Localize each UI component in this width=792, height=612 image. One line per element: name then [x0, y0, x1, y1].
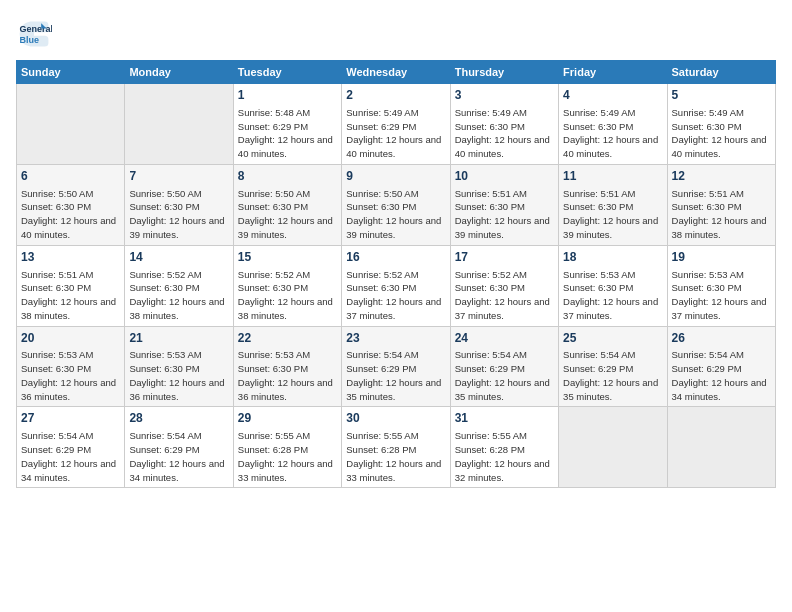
- day-info: Sunrise: 5:54 AMSunset: 6:29 PMDaylight:…: [346, 348, 445, 403]
- calendar-cell: 4Sunrise: 5:49 AMSunset: 6:30 PMDaylight…: [559, 84, 667, 165]
- day-info: Sunrise: 5:52 AMSunset: 6:30 PMDaylight:…: [129, 268, 228, 323]
- day-number: 23: [346, 330, 445, 347]
- day-info: Sunrise: 5:48 AMSunset: 6:29 PMDaylight:…: [238, 106, 337, 161]
- day-number: 20: [21, 330, 120, 347]
- page-header: General Blue: [16, 16, 776, 52]
- calendar-cell: 10Sunrise: 5:51 AMSunset: 6:30 PMDayligh…: [450, 164, 558, 245]
- calendar-cell: 18Sunrise: 5:53 AMSunset: 6:30 PMDayligh…: [559, 245, 667, 326]
- day-info: Sunrise: 5:53 AMSunset: 6:30 PMDaylight:…: [563, 268, 662, 323]
- day-number: 19: [672, 249, 771, 266]
- day-number: 25: [563, 330, 662, 347]
- weekday-header-wednesday: Wednesday: [342, 61, 450, 84]
- day-number: 21: [129, 330, 228, 347]
- svg-text:Blue: Blue: [20, 35, 40, 45]
- day-number: 29: [238, 410, 337, 427]
- calendar-header: SundayMondayTuesdayWednesdayThursdayFrid…: [17, 61, 776, 84]
- calendar-table: SundayMondayTuesdayWednesdayThursdayFrid…: [16, 60, 776, 488]
- calendar-cell: 24Sunrise: 5:54 AMSunset: 6:29 PMDayligh…: [450, 326, 558, 407]
- calendar-cell: 20Sunrise: 5:53 AMSunset: 6:30 PMDayligh…: [17, 326, 125, 407]
- day-info: Sunrise: 5:54 AMSunset: 6:29 PMDaylight:…: [672, 348, 771, 403]
- day-number: 17: [455, 249, 554, 266]
- day-info: Sunrise: 5:50 AMSunset: 6:30 PMDaylight:…: [346, 187, 445, 242]
- day-info: Sunrise: 5:51 AMSunset: 6:30 PMDaylight:…: [672, 187, 771, 242]
- day-info: Sunrise: 5:50 AMSunset: 6:30 PMDaylight:…: [129, 187, 228, 242]
- weekday-header-monday: Monday: [125, 61, 233, 84]
- day-info: Sunrise: 5:55 AMSunset: 6:28 PMDaylight:…: [346, 429, 445, 484]
- day-info: Sunrise: 5:54 AMSunset: 6:29 PMDaylight:…: [129, 429, 228, 484]
- day-number: 15: [238, 249, 337, 266]
- weekday-header-friday: Friday: [559, 61, 667, 84]
- day-info: Sunrise: 5:53 AMSunset: 6:30 PMDaylight:…: [672, 268, 771, 323]
- calendar-cell: 5Sunrise: 5:49 AMSunset: 6:30 PMDaylight…: [667, 84, 775, 165]
- week-row-2: 6Sunrise: 5:50 AMSunset: 6:30 PMDaylight…: [17, 164, 776, 245]
- day-info: Sunrise: 5:51 AMSunset: 6:30 PMDaylight:…: [455, 187, 554, 242]
- week-row-1: 1Sunrise: 5:48 AMSunset: 6:29 PMDaylight…: [17, 84, 776, 165]
- calendar-cell: [125, 84, 233, 165]
- day-number: 9: [346, 168, 445, 185]
- day-number: 16: [346, 249, 445, 266]
- day-info: Sunrise: 5:55 AMSunset: 6:28 PMDaylight:…: [238, 429, 337, 484]
- calendar-cell: 8Sunrise: 5:50 AMSunset: 6:30 PMDaylight…: [233, 164, 341, 245]
- svg-text:General: General: [20, 24, 52, 34]
- day-number: 7: [129, 168, 228, 185]
- day-number: 8: [238, 168, 337, 185]
- day-info: Sunrise: 5:55 AMSunset: 6:28 PMDaylight:…: [455, 429, 554, 484]
- day-info: Sunrise: 5:53 AMSunset: 6:30 PMDaylight:…: [129, 348, 228, 403]
- calendar-cell: 26Sunrise: 5:54 AMSunset: 6:29 PMDayligh…: [667, 326, 775, 407]
- weekday-row: SundayMondayTuesdayWednesdayThursdayFrid…: [17, 61, 776, 84]
- calendar-cell: 25Sunrise: 5:54 AMSunset: 6:29 PMDayligh…: [559, 326, 667, 407]
- week-row-4: 20Sunrise: 5:53 AMSunset: 6:30 PMDayligh…: [17, 326, 776, 407]
- day-number: 31: [455, 410, 554, 427]
- calendar-body: 1Sunrise: 5:48 AMSunset: 6:29 PMDaylight…: [17, 84, 776, 488]
- day-number: 26: [672, 330, 771, 347]
- calendar-cell: [17, 84, 125, 165]
- day-number: 10: [455, 168, 554, 185]
- day-info: Sunrise: 5:49 AMSunset: 6:30 PMDaylight:…: [563, 106, 662, 161]
- calendar-cell: 6Sunrise: 5:50 AMSunset: 6:30 PMDaylight…: [17, 164, 125, 245]
- calendar-cell: 16Sunrise: 5:52 AMSunset: 6:30 PMDayligh…: [342, 245, 450, 326]
- day-info: Sunrise: 5:51 AMSunset: 6:30 PMDaylight:…: [563, 187, 662, 242]
- day-info: Sunrise: 5:52 AMSunset: 6:30 PMDaylight:…: [455, 268, 554, 323]
- weekday-header-thursday: Thursday: [450, 61, 558, 84]
- day-info: Sunrise: 5:52 AMSunset: 6:30 PMDaylight:…: [346, 268, 445, 323]
- weekday-header-sunday: Sunday: [17, 61, 125, 84]
- day-info: Sunrise: 5:53 AMSunset: 6:30 PMDaylight:…: [21, 348, 120, 403]
- day-number: 13: [21, 249, 120, 266]
- week-row-3: 13Sunrise: 5:51 AMSunset: 6:30 PMDayligh…: [17, 245, 776, 326]
- calendar-cell: 22Sunrise: 5:53 AMSunset: 6:30 PMDayligh…: [233, 326, 341, 407]
- day-number: 22: [238, 330, 337, 347]
- calendar-cell: 17Sunrise: 5:52 AMSunset: 6:30 PMDayligh…: [450, 245, 558, 326]
- calendar-cell: 29Sunrise: 5:55 AMSunset: 6:28 PMDayligh…: [233, 407, 341, 488]
- day-number: 4: [563, 87, 662, 104]
- calendar-cell: 30Sunrise: 5:55 AMSunset: 6:28 PMDayligh…: [342, 407, 450, 488]
- calendar-cell: 3Sunrise: 5:49 AMSunset: 6:30 PMDaylight…: [450, 84, 558, 165]
- day-info: Sunrise: 5:50 AMSunset: 6:30 PMDaylight:…: [238, 187, 337, 242]
- calendar-cell: [559, 407, 667, 488]
- day-number: 14: [129, 249, 228, 266]
- logo: General Blue: [16, 16, 56, 52]
- weekday-header-tuesday: Tuesday: [233, 61, 341, 84]
- calendar-cell: 13Sunrise: 5:51 AMSunset: 6:30 PMDayligh…: [17, 245, 125, 326]
- day-number: 2: [346, 87, 445, 104]
- calendar-cell: 28Sunrise: 5:54 AMSunset: 6:29 PMDayligh…: [125, 407, 233, 488]
- day-number: 6: [21, 168, 120, 185]
- calendar-cell: [667, 407, 775, 488]
- day-number: 11: [563, 168, 662, 185]
- day-info: Sunrise: 5:49 AMSunset: 6:30 PMDaylight:…: [455, 106, 554, 161]
- calendar-cell: 27Sunrise: 5:54 AMSunset: 6:29 PMDayligh…: [17, 407, 125, 488]
- day-info: Sunrise: 5:49 AMSunset: 6:30 PMDaylight:…: [672, 106, 771, 161]
- day-number: 30: [346, 410, 445, 427]
- day-info: Sunrise: 5:54 AMSunset: 6:29 PMDaylight:…: [21, 429, 120, 484]
- calendar-cell: 1Sunrise: 5:48 AMSunset: 6:29 PMDaylight…: [233, 84, 341, 165]
- calendar-cell: 7Sunrise: 5:50 AMSunset: 6:30 PMDaylight…: [125, 164, 233, 245]
- day-info: Sunrise: 5:53 AMSunset: 6:30 PMDaylight:…: [238, 348, 337, 403]
- weekday-header-saturday: Saturday: [667, 61, 775, 84]
- week-row-5: 27Sunrise: 5:54 AMSunset: 6:29 PMDayligh…: [17, 407, 776, 488]
- calendar-cell: 31Sunrise: 5:55 AMSunset: 6:28 PMDayligh…: [450, 407, 558, 488]
- day-info: Sunrise: 5:54 AMSunset: 6:29 PMDaylight:…: [455, 348, 554, 403]
- calendar-cell: 9Sunrise: 5:50 AMSunset: 6:30 PMDaylight…: [342, 164, 450, 245]
- day-number: 24: [455, 330, 554, 347]
- calendar-cell: 19Sunrise: 5:53 AMSunset: 6:30 PMDayligh…: [667, 245, 775, 326]
- calendar-cell: 11Sunrise: 5:51 AMSunset: 6:30 PMDayligh…: [559, 164, 667, 245]
- day-number: 3: [455, 87, 554, 104]
